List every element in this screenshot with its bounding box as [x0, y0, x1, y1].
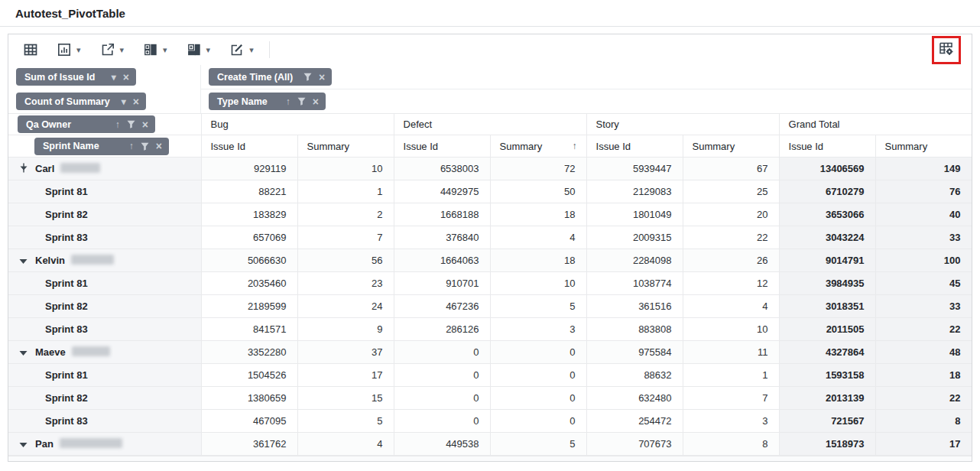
filter-icon[interactable]	[127, 120, 135, 128]
value-cell: 1038774	[586, 272, 683, 295]
value-cell: 5	[490, 433, 586, 456]
value-cell: 0	[490, 364, 586, 387]
value-cell: 10	[490, 272, 586, 295]
row-fields-icon	[187, 43, 201, 57]
row-label: Sprint 83	[45, 415, 88, 427]
value-cell: 22	[683, 226, 779, 249]
row-label: Sprint 81	[45, 186, 88, 197]
column-group-header-bug[interactable]: Bug	[201, 114, 394, 135]
redacted-text	[71, 255, 114, 265]
value-cell: 183829	[201, 203, 297, 226]
filter-icon[interactable]	[297, 97, 306, 106]
chart-view-icon	[57, 43, 71, 57]
sub-header-issue-id[interactable]: Issue Id	[201, 135, 297, 158]
pivot-detail-row: Sprint 8115045261700886321159315818	[8, 364, 972, 387]
row-label-cell[interactable]: Sprint 81	[8, 364, 201, 387]
field-chip-create-time[interactable]: Create Time (All) ×	[209, 68, 332, 86]
field-chip-type-name[interactable]: Type Name ↑ ×	[209, 93, 326, 110]
value-cell: 2035460	[201, 272, 297, 295]
table-settings-button-highlight[interactable]	[932, 36, 961, 64]
close-icon[interactable]: ×	[123, 72, 129, 83]
row-label-cell[interactable]: Sprint 82	[8, 295, 201, 318]
field-chip-sum-of-issue-id[interactable]: Sum of Issue Id ▾ ×	[16, 68, 136, 86]
row-label-cell[interactable]: Maeve	[8, 341, 201, 364]
horizontal-scrollbar-track[interactable]	[8, 456, 972, 462]
close-icon[interactable]: ×	[133, 96, 139, 107]
collapse-icon[interactable]	[19, 439, 28, 450]
close-icon[interactable]: ×	[313, 96, 319, 107]
value-cell: 7	[297, 226, 394, 249]
sort-asc-icon[interactable]: ↑	[573, 141, 577, 151]
column-group-header-grand-total[interactable]: Grand Total	[779, 114, 972, 135]
chip-label: Qa Owner	[26, 119, 71, 130]
pivot-panel: ▾ ▾ ▾	[8, 34, 972, 462]
field-chip-count-of-summary[interactable]: Count of Summary ▾ ×	[16, 93, 146, 110]
sub-header-issue-id[interactable]: Issue Id	[779, 135, 875, 158]
value-cell: 18	[490, 249, 586, 272]
expand-icon[interactable]	[19, 163, 28, 175]
row-label-cell[interactable]: Sprint 82	[8, 203, 201, 226]
row-label-cell[interactable]: Sprint 83	[8, 318, 201, 341]
chevron-down-icon: ▾	[76, 46, 81, 54]
chip-label: Type Name	[217, 96, 268, 107]
row-label-cell[interactable]: Kelvin	[8, 249, 201, 272]
value-cell: 2129083	[586, 180, 683, 203]
sort-asc-icon[interactable]: ↑	[115, 120, 120, 129]
sub-header-issue-id[interactable]: Issue Id	[586, 135, 683, 158]
row-label-cell[interactable]: Pan	[8, 433, 201, 456]
value-cell: 1593158	[779, 364, 875, 387]
value-cell: 76	[875, 180, 972, 203]
redacted-text	[60, 438, 122, 448]
field-chip-qa-owner[interactable]: Qa Owner ↑ ×	[18, 115, 155, 133]
edit-button[interactable]: ▾	[230, 43, 254, 57]
sub-header-issue-id[interactable]: Issue Id	[394, 135, 490, 158]
collapse-icon[interactable]	[19, 255, 28, 267]
pivot-detail-row: Sprint 836570697376840420093152230432243…	[8, 226, 972, 249]
sort-asc-icon[interactable]: ↑	[129, 141, 134, 151]
sub-header-summary[interactable]: Summary	[683, 135, 779, 158]
row-fields-button[interactable]: ▾	[187, 43, 211, 57]
chevron-down-icon[interactable]: ▾	[112, 73, 116, 82]
collapse-icon[interactable]	[19, 347, 28, 359]
value-cell: 0	[394, 341, 490, 364]
row-label-cell[interactable]: Sprint 83	[8, 226, 201, 249]
column-group-header-story[interactable]: Story	[586, 114, 779, 135]
grid-view-button[interactable]	[24, 43, 37, 57]
column-group-header-defect[interactable]: Defect	[394, 114, 586, 135]
close-icon[interactable]: ×	[156, 141, 162, 151]
value-cell: 10	[297, 158, 394, 180]
value-cell: 1664063	[394, 249, 490, 272]
field-chip-sprint-name[interactable]: Sprint Name ↑ ×	[34, 138, 169, 155]
row-label-cell[interactable]: Sprint 83	[8, 410, 201, 433]
value-cell: 4	[490, 226, 586, 249]
row-label-cell[interactable]: Sprint 82	[8, 387, 201, 410]
value-cell: 0	[394, 364, 490, 387]
filter-icon[interactable]	[141, 142, 149, 151]
row-label-cell[interactable]: Carl	[8, 158, 201, 180]
value-cell: 72	[490, 158, 586, 180]
value-cell: 7	[683, 387, 779, 410]
value-cell: 18	[490, 203, 586, 226]
filter-icon[interactable]	[303, 73, 312, 81]
value-cell: 286126	[394, 318, 490, 341]
row-label: Sprint 82	[45, 209, 88, 220]
value-cell: 3043224	[779, 226, 875, 249]
column-fields-button[interactable]: ▾	[144, 43, 167, 57]
close-icon[interactable]: ×	[319, 72, 325, 83]
sort-asc-icon[interactable]: ↑	[286, 97, 290, 106]
row-label-cell[interactable]: Sprint 81	[8, 272, 201, 295]
row-label: Sprint 83	[45, 323, 88, 335]
chevron-down-icon: ▾	[163, 46, 167, 54]
sub-header-summary[interactable]: Summary	[297, 135, 394, 158]
value-cell: 3	[490, 318, 586, 341]
export-button[interactable]: ▾	[101, 43, 125, 57]
sub-header-summary-sorted[interactable]: Summary ↑	[490, 135, 586, 158]
chart-view-button[interactable]: ▾	[57, 43, 81, 57]
sub-header-summary[interactable]: Summary	[875, 135, 972, 158]
value-cell: 24	[297, 295, 394, 318]
row-label-cell[interactable]: Sprint 81	[8, 180, 201, 203]
value-cell: 721567	[779, 410, 875, 433]
value-cell: 2009315	[586, 226, 683, 249]
chevron-down-icon[interactable]: ▾	[122, 97, 126, 106]
close-icon[interactable]: ×	[142, 119, 148, 130]
